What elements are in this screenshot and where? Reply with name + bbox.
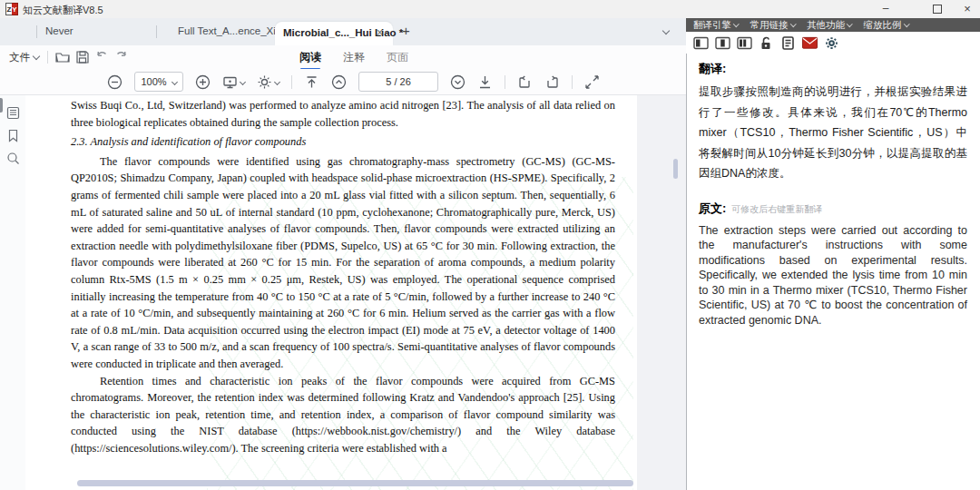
view-mode-tabs: 阅读 注释 页面 <box>299 50 408 65</box>
brightness-icon <box>257 74 272 90</box>
menu-common-links[interactable]: 常用链接 <box>750 19 796 32</box>
file-menu-button[interactable]: 文件 <box>9 51 39 64</box>
panel-drag-handle[interactable] <box>0 98 3 113</box>
go-to-top-button[interactable] <box>304 74 319 90</box>
bookmarks-panel-icon[interactable] <box>6 129 20 142</box>
document-text: Swiss Buqi Co., Ltd, Switzerland) was pe… <box>71 97 615 456</box>
pdf-toolbar: 100% 5 / 26 <box>0 69 686 95</box>
chevron-down-icon <box>733 21 739 26</box>
paragraph: Swiss Buqi Co., Ltd, Switzerland) was pe… <box>71 97 615 131</box>
presentation-mode-button[interactable] <box>222 74 245 90</box>
divider <box>572 75 573 89</box>
tab-separator <box>36 25 37 38</box>
search-icon[interactable] <box>6 152 20 165</box>
chevron-down-icon <box>240 78 246 84</box>
close-button[interactable]: × <box>955 0 980 18</box>
tab-close-icon[interactable]: × <box>377 26 383 39</box>
monitor-icon <box>222 74 238 90</box>
chevron-down-icon <box>274 78 280 84</box>
translation-text[interactable]: 提取步骤按照制造商的说明进行，并根据实验结果进行了一些修改。具体来说，我们在70… <box>699 82 967 184</box>
open-folder-button[interactable] <box>54 49 71 65</box>
pdf-left-sidebar <box>0 95 26 490</box>
notes-document-icon[interactable] <box>780 36 796 50</box>
zoom-level-select[interactable]: 100% <box>134 72 183 92</box>
maximize-icon <box>933 5 942 14</box>
thumbnails-panel-icon[interactable] <box>6 106 20 120</box>
menu-other-functions[interactable]: 其他功能 <box>807 19 852 32</box>
chevron-down-icon <box>904 21 909 26</box>
tab-microbial-active[interactable]: Microbial_c..._Hui Liao * × <box>275 22 393 45</box>
original-label-row: 原文: 可修改后右键重新翻译 <box>699 201 967 217</box>
translation-panel-iconbar <box>686 32 980 54</box>
view-mode-page[interactable]: 页面 <box>387 50 408 65</box>
new-tab-button[interactable]: + <box>402 23 410 38</box>
horizontal-scrollbar-thumb[interactable] <box>77 480 633 486</box>
paragraph: The flavor compounds were identified usi… <box>71 153 615 373</box>
view-mode-annotate[interactable]: 注释 <box>343 50 365 65</box>
view-mode-read[interactable]: 阅读 <box>299 50 321 65</box>
minimize-button[interactable]: – <box>873 0 898 18</box>
divider <box>505 75 505 89</box>
menu-translation-engine[interactable]: 翻译引擎 <box>693 19 739 32</box>
window-title: 知云文献翻译V8.5 <box>23 4 103 17</box>
layout-center-pane-icon[interactable] <box>715 36 730 50</box>
previous-page-button[interactable] <box>331 74 347 90</box>
section-heading: 2.3. Analysis and identification of flav… <box>71 133 615 151</box>
active-tab-label: Microbial_c..._Hui Liao * <box>283 27 403 38</box>
rotate-left-button[interactable] <box>517 74 533 90</box>
original-hint: 可修改后右键重新翻译 <box>731 203 822 216</box>
layout-split-pane-icon[interactable] <box>737 36 752 50</box>
maximize-button[interactable] <box>925 0 950 18</box>
zoom-out-button[interactable] <box>107 74 122 90</box>
title-bar: ZY 知云文献翻译V8.5 – × <box>0 0 980 19</box>
save-button[interactable] <box>74 49 91 65</box>
chevron-down-icon <box>847 21 852 26</box>
document-tab-bar: Never Full Text_A...ence_Xinhua Microbia… <box>0 18 686 45</box>
settings-gear-icon[interactable] <box>824 36 839 50</box>
app-logo-icon: ZY <box>5 3 18 15</box>
next-page-button[interactable] <box>450 74 466 90</box>
redo-button[interactable] <box>113 49 129 65</box>
chevron-down-icon <box>33 53 40 60</box>
original-text[interactable]: The extraction steps were carried out ac… <box>699 223 967 328</box>
expand-fullscreen-button[interactable] <box>584 74 600 90</box>
tab-separator <box>156 25 157 38</box>
chevron-down-icon <box>790 21 796 26</box>
divider <box>47 51 48 64</box>
download-button[interactable] <box>477 74 493 90</box>
menu-zoom-ratio[interactable]: 缩放比例 <box>864 19 909 32</box>
menu-row: 文件 阅读 注释 页面 <box>0 45 686 69</box>
translation-panel-menubar: 翻译引擎 常用链接 其他功能 缩放比例 <box>686 18 980 32</box>
email-icon[interactable] <box>802 36 818 50</box>
divider <box>291 75 292 89</box>
layout-left-pane-icon[interactable] <box>693 36 709 50</box>
page-number-input[interactable]: 5 / 26 <box>358 72 438 92</box>
original-label: 原文: <box>699 201 726 217</box>
pdf-page: Swiss Buqi Co., Ltd, Switzerland) was pe… <box>25 95 637 490</box>
paragraph: Retention times and characteristic ion p… <box>71 373 615 457</box>
translation-label: 翻译: <box>699 61 967 77</box>
vertical-scrollbar-thumb[interactable] <box>673 159 678 179</box>
zoom-in-button[interactable] <box>195 74 211 90</box>
unlock-icon[interactable] <box>759 36 774 50</box>
undo-button[interactable] <box>94 49 111 65</box>
tab-overflow-chevron-down-icon[interactable] <box>662 27 670 34</box>
brightness-theme-button[interactable] <box>257 74 279 90</box>
rotate-right-button[interactable] <box>544 74 560 90</box>
translation-panel-body: 翻译: 提取步骤按照制造商的说明进行，并根据实验结果进行了一些修改。具体来说，我… <box>686 54 980 490</box>
tab-never[interactable]: Never <box>45 25 74 36</box>
chevron-down-icon <box>172 78 178 84</box>
